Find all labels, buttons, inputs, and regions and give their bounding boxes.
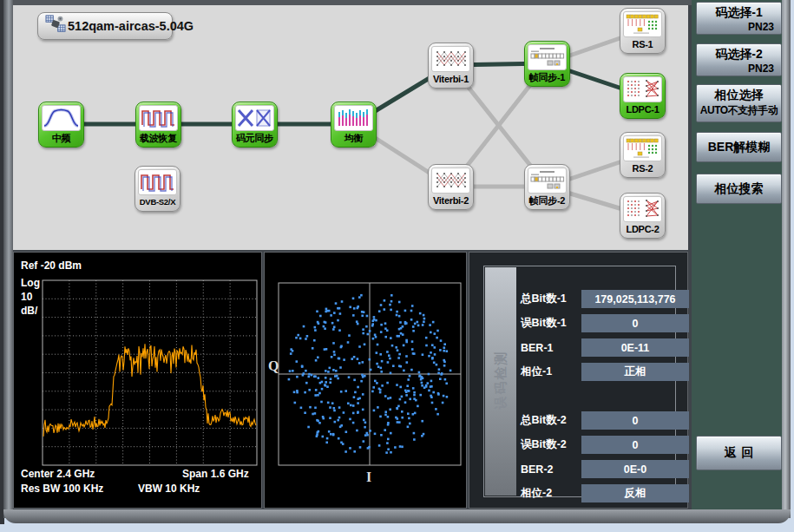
- stat-row-total-bits-2: 总Bit数-2 0: [521, 411, 578, 430]
- spectrum-display: Ref -20 dBm Log 10 dB/ Center 2.4 GHz Sp…: [13, 252, 262, 509]
- eye-diagram-icon: [235, 105, 274, 131]
- stat-row-phase-2: 相位-2 反相: [521, 484, 578, 502]
- constellation-plot: [265, 253, 466, 508]
- spectrum-scale-log: Log: [21, 277, 40, 289]
- spectrum-span-label: Span 1.6 GHz: [182, 468, 249, 480]
- stat-row-error-bits-2: 误Bit数-2 0: [521, 436, 578, 454]
- tanner-graph-icon: [623, 76, 662, 102]
- node-ldpc-2[interactable]: LDPC-2: [620, 193, 666, 239]
- squarewave-icon: [138, 169, 177, 195]
- constellation-display: Q I: [264, 252, 467, 509]
- code-select-2-button[interactable]: 码选择-2 PN23: [696, 43, 782, 76]
- node-carrier-recovery[interactable]: 载波恢复: [135, 102, 181, 148]
- signal-title-button[interactable]: 512qam-aircas-5.04G: [37, 12, 173, 40]
- value-box: 反相: [581, 484, 689, 502]
- frame-structure-icon: [528, 44, 567, 70]
- bandpass-icon: [42, 105, 81, 131]
- trellis-icon: [431, 46, 470, 72]
- node-equalizer[interactable]: 均衡: [331, 102, 377, 148]
- node-framesync-1[interactable]: 帧同步-1: [524, 41, 570, 87]
- rs-code-icon: [623, 135, 662, 161]
- ber-stats-panel: 误码检测 总Bit数-1 179,025,113,776 误Bit数-1 0 B…: [469, 252, 688, 509]
- ber-side-strip: 误码检测: [485, 267, 516, 496]
- spectrum-scale-10: 10: [21, 291, 32, 303]
- stat-row-ber-1: BER-1 0E-11: [521, 338, 578, 357]
- frame-structure-icon: [528, 167, 567, 194]
- tanner-graph-icon: [623, 196, 662, 222]
- spectrum-ref-label: Ref -20 dBm: [21, 259, 82, 272]
- rs-code-icon: [623, 11, 662, 37]
- ber-side-label: 误码检测: [493, 341, 509, 419]
- stat-row-error-bits-1: 误Bit数-1 0: [521, 314, 578, 332]
- phase-select-button[interactable]: 相位选择 AUTO不支持手动: [696, 84, 782, 122]
- ber-stats-box: 误码检测 总Bit数-1 179,025,113,776 误Bit数-1 0 B…: [483, 266, 676, 497]
- node-if[interactable]: 中频: [38, 102, 84, 148]
- stat-row-ber-2: BER-2 0E-0: [521, 460, 578, 478]
- node-rs-1[interactable]: RS-1: [620, 8, 666, 54]
- stat-row-phase-1: 相位-1 正相: [521, 363, 578, 381]
- frame-pipe-bottom: [3, 509, 791, 523]
- node-rs-2[interactable]: RS-2: [620, 132, 666, 178]
- ber-disambiguate-button[interactable]: BER解模糊: [696, 132, 782, 162]
- value-box: 179,025,113,776: [581, 290, 689, 308]
- satellite-icon: [45, 15, 66, 37]
- node-framesync-2[interactable]: 帧同步-2: [524, 164, 570, 210]
- return-button[interactable]: 返回: [696, 436, 782, 470]
- spectrum-center-label: Center 2.4 GHz: [21, 468, 95, 480]
- trellis-icon: [431, 167, 470, 194]
- node-dvb-s2x[interactable]: DVB-S2/X: [135, 166, 180, 212]
- node-symbol-sync[interactable]: 码元同步: [232, 102, 278, 148]
- frame-pipe-left: [3, 0, 13, 518]
- frame-pipe-right: [782, 0, 791, 518]
- spectrum-scale-db: dB/: [21, 305, 37, 317]
- code-select-1-button[interactable]: 码选择-1 PN23: [696, 2, 782, 35]
- q-axis-label: Q: [268, 358, 279, 374]
- i-axis-label: I: [366, 470, 371, 485]
- app-window: 512qam-aircas-5.04G 中频 载波恢复 DVB-S2/X: [0, 0, 794, 532]
- phase-search-button[interactable]: 相位搜索: [696, 174, 782, 204]
- stat-row-total-bits-1: 总Bit数-1 179,025,113,776: [521, 290, 578, 308]
- value-box: 0: [581, 436, 689, 454]
- node-viterbi-2[interactable]: Viterbi-2: [428, 164, 474, 210]
- spectrum-rbw-label: Res BW 100 KHz: [21, 483, 103, 495]
- node-ldpc-1[interactable]: LDPC-1: [620, 73, 666, 119]
- value-box: 0E-0: [581, 460, 689, 478]
- value-box: 0: [581, 314, 689, 332]
- value-box: 0E-11: [581, 338, 689, 357]
- sidebar: 码选择-1 PN23 码选择-2 PN23 相位选择 AUTO不支持手动 BER…: [692, 0, 784, 509]
- equalizer-bars-icon: [334, 105, 373, 131]
- squarewave-icon: [139, 105, 178, 131]
- value-box: 0: [581, 411, 689, 430]
- signal-title-label: 512qam-aircas-5.04G: [68, 19, 194, 33]
- value-box: 正相: [581, 363, 689, 381]
- spectrum-vbw-label: VBW 10 KHz: [138, 483, 200, 495]
- node-viterbi-1[interactable]: Viterbi-1: [428, 43, 474, 89]
